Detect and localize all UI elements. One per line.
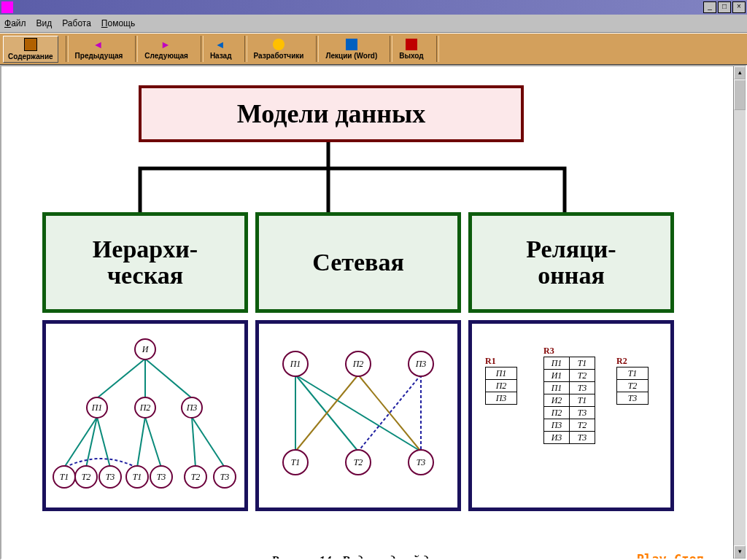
menu-help[interactable]: Помощь [101, 18, 135, 28]
figure-caption: Рисунок 14 - Виды моделей данных [1, 553, 733, 559]
lectures-button[interactable]: Лекции (Word) [320, 36, 382, 62]
svg-text:Т3: Т3 [157, 472, 166, 482]
svg-text:Т3: Т3 [417, 457, 426, 467]
word-icon [346, 39, 357, 50]
toolbar: Содержание ◄Предыдущая ►Следующая ◄Назад… [0, 33, 747, 65]
model-network-header: Сетевая [255, 212, 461, 313]
diagram-canvas: Модели данных Иерархи- ческая Сетевая Ре… [1, 66, 733, 559]
next-button[interactable]: ►Следующая [139, 36, 193, 62]
play-stop-controls: Play Стоп [637, 552, 704, 559]
svg-text:П2: П2 [139, 402, 151, 413]
contents-button[interactable]: Содержание [3, 36, 58, 63]
svg-text:Т2: Т2 [191, 472, 201, 482]
svg-line-7 [145, 417, 161, 467]
diagram-title: Модели данных [139, 85, 524, 142]
svg-line-2 [145, 359, 192, 398]
svg-line-34 [295, 375, 421, 451]
content-area: Модели данных Иерархи- ческая Сетевая Ре… [0, 65, 747, 560]
arrow-right-icon: ► [160, 39, 172, 50]
exit-button[interactable]: Выход [394, 36, 428, 62]
minimize-button[interactable]: _ [703, 1, 716, 13]
menu-file[interactable]: Файл [4, 18, 26, 28]
svg-text:Т3: Т3 [106, 472, 115, 482]
stop-button[interactable]: Стоп [674, 552, 704, 559]
svg-line-5 [97, 417, 110, 467]
book-icon [24, 38, 37, 51]
svg-text:П1: П1 [91, 402, 103, 413]
scroll-thumb[interactable] [734, 79, 746, 110]
prev-button[interactable]: ◄Предыдущая [70, 36, 128, 62]
svg-text:И: И [142, 344, 150, 354]
arrow-left-icon: ◄ [93, 39, 104, 50]
maximize-button[interactable]: □ [718, 1, 731, 13]
close-button[interactable]: × [732, 1, 746, 13]
svg-text:П3: П3 [186, 402, 198, 413]
vertical-scrollbar[interactable]: ▴ ▾ [733, 66, 746, 559]
app-window: _ □ × Файл Вид Работа Помощь Содержание … [0, 0, 747, 560]
network-diagram: П1П2П3Т1Т2Т3 [255, 320, 461, 511]
titlebar: _ □ × [0, 0, 747, 15]
svg-text:Т3: Т3 [220, 472, 230, 482]
scroll-down-button[interactable]: ▾ [734, 545, 746, 559]
svg-line-8 [192, 417, 196, 467]
svg-text:П3: П3 [415, 359, 427, 369]
back-icon: ◄ [215, 39, 227, 50]
exit-icon [406, 39, 417, 50]
developers-button[interactable]: Разработчики [249, 36, 309, 62]
svg-line-6 [137, 417, 145, 467]
menu-work[interactable]: Работа [62, 18, 91, 28]
hierarchical-diagram: ИП1П2П3Т1Т2Т3Т1Т3Т2Т3 [42, 320, 248, 511]
svg-text:Т2: Т2 [354, 457, 363, 467]
back-button[interactable]: ◄Назад [205, 36, 237, 62]
svg-text:П2: П2 [352, 359, 364, 369]
svg-text:Т2: Т2 [82, 472, 91, 482]
people-icon [273, 39, 285, 50]
app-logo-icon [1, 1, 13, 13]
play-button[interactable]: Play [637, 552, 667, 559]
menu-view[interactable]: Вид [36, 18, 53, 28]
svg-line-9 [192, 417, 225, 467]
svg-text:Т1: Т1 [60, 472, 69, 482]
relational-diagram: R1П1П2П3R3П1Т1И1Т2П1Т3И2Т1П2Т3П3Т2И3Т3R2… [468, 320, 674, 511]
svg-text:Т1: Т1 [133, 472, 142, 482]
scroll-up-button[interactable]: ▴ [734, 66, 746, 79]
model-relational-header: Реляци- онная [468, 212, 674, 313]
menubar: Файл Вид Работа Помощь [0, 15, 747, 33]
model-hierarchical-header: Иерархи- ческая [42, 212, 248, 313]
svg-text:Т1: Т1 [291, 457, 301, 467]
svg-text:П1: П1 [290, 359, 301, 369]
svg-line-0 [97, 359, 145, 398]
